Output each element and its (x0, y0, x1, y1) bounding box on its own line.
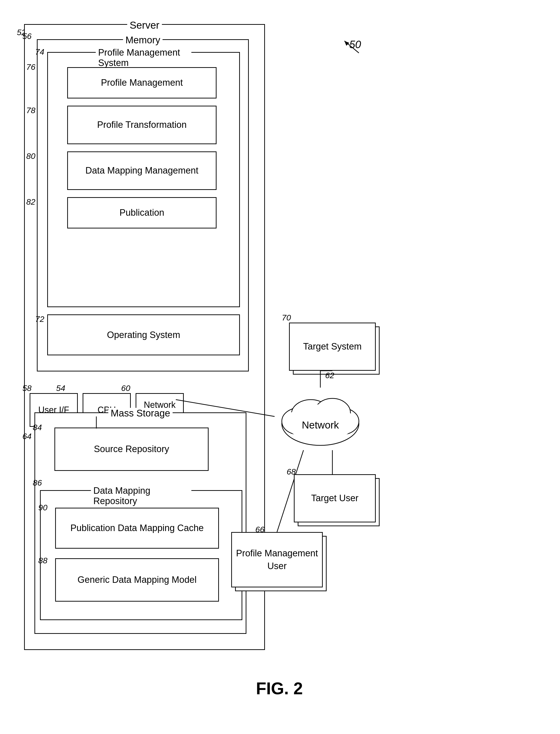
target-system-wrapper: Target System (289, 323, 376, 371)
network-cloud-svg: Network (275, 385, 366, 452)
ref-70: 70 (282, 313, 291, 322)
dmr-label: Data Mapping Repository (91, 485, 191, 506)
ref-82: 82 (26, 197, 35, 207)
data-mapping-management-label: Data Mapping Management (86, 165, 198, 177)
os-box: Operating System (47, 315, 240, 355)
mass-storage-box: Mass Storage 84 Source Repository 86 Dat… (34, 412, 246, 634)
generic-data-mapping-model-label: Generic Data Mapping Model (78, 574, 197, 586)
ref-58: 58 (22, 383, 32, 393)
source-repository-box: Source Repository (54, 427, 209, 471)
diagram-container: 52 50 Server 56 Memory 74 Profile Manage… (14, 14, 544, 713)
ref-84: 84 (33, 423, 42, 432)
dmr-box: Data Mapping Repository 90 Publication D… (40, 490, 242, 620)
publication-box: Publication (67, 197, 217, 229)
pub-data-mapping-cache-box: Publication Data Mapping Cache (55, 508, 219, 549)
pub-data-mapping-cache-label: Publication Data Mapping Cache (70, 522, 204, 534)
ref-62: 62 (325, 371, 334, 380)
profile-mgmt-user-wrapper: Profile Management User (231, 532, 323, 587)
os-label: Operating System (107, 330, 180, 340)
ref-50: 50 (349, 39, 361, 51)
server-label: Server (127, 20, 162, 31)
source-repository-label: Source Repository (94, 443, 169, 455)
target-user-label: Target User (311, 492, 358, 504)
ref-86: 86 (33, 478, 42, 487)
ref-78: 78 (26, 106, 35, 115)
data-mapping-management-box: Data Mapping Management (67, 151, 217, 190)
generic-data-mapping-model-box: Generic Data Mapping Model (55, 558, 219, 602)
publication-label: Publication (119, 207, 164, 219)
memory-box: Memory 74 Profile Management System 76 P… (37, 39, 249, 371)
profile-management-box: Profile Management (67, 67, 217, 99)
target-system-label: Target System (303, 340, 362, 353)
network-cloud-container: Network (275, 385, 366, 453)
target-user-box: Target User (294, 474, 376, 522)
profile-mgmt-user-box: Profile Management User (231, 532, 323, 587)
profile-transformation-box: Profile Transformation (67, 106, 217, 144)
server-box: Server 56 Memory 74 Profile Management S… (24, 24, 265, 650)
ref-88: 88 (38, 556, 47, 565)
target-user-wrapper: Target User (294, 474, 376, 522)
profile-management-label: Profile Management (101, 77, 183, 89)
pms-box: Profile Management System 76 Profile Man… (47, 52, 240, 307)
target-system-box: Target System (289, 323, 376, 371)
ref-60: 60 (121, 383, 130, 393)
ref-64: 64 (22, 431, 32, 441)
svg-marker-14 (344, 41, 349, 46)
ref-90: 90 (38, 503, 47, 512)
ref-80: 80 (26, 151, 35, 161)
ref-56: 56 (22, 32, 32, 41)
ref-74: 74 (35, 47, 44, 57)
pms-label: Profile Management System (96, 47, 191, 68)
profile-mgmt-user-label: Profile Management User (232, 547, 322, 572)
ref-76: 76 (26, 62, 35, 72)
mass-storage-label: Mass Storage (108, 408, 173, 418)
profile-transformation-label: Profile Transformation (97, 119, 187, 131)
ref-72: 72 (35, 315, 44, 324)
memory-label: Memory (123, 35, 163, 46)
fig-caption: FIG. 2 (256, 679, 303, 698)
ref-54: 54 (56, 383, 65, 393)
svg-text:Network: Network (302, 419, 339, 431)
